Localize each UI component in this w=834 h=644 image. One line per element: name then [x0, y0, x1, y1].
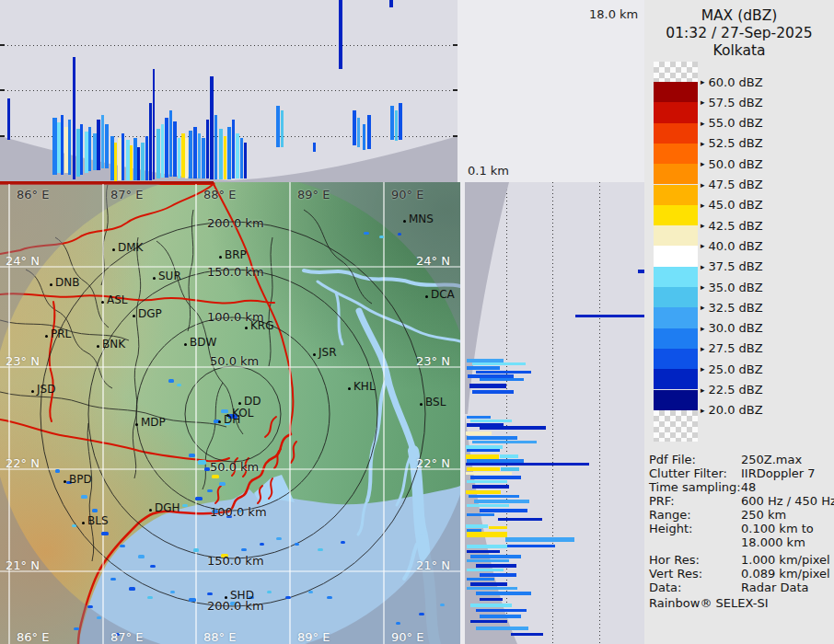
echo-bar [466, 472, 512, 475]
scale-tick-label: ▸42.5 dBZ [701, 218, 763, 233]
echo-bar [476, 627, 528, 630]
info-label: Height: [649, 522, 692, 535]
city-code: SHD [230, 589, 254, 602]
echo-blob [327, 596, 332, 599]
echo-blob [207, 489, 213, 492]
tick-arrow-icon: ▸ [701, 241, 705, 250]
echo-blob [150, 565, 156, 568]
echo-blob [308, 591, 313, 593]
tick-arrow-icon: ▸ [701, 303, 705, 312]
echo-bar [61, 115, 64, 175]
ns-cross-section-panel [465, 182, 644, 644]
tick-arrow-icon: ▸ [701, 201, 705, 210]
longitude-label: 90° E [391, 630, 423, 644]
tick-arrow-icon: ▸ [701, 385, 705, 395]
city-code: MDP [141, 416, 166, 429]
echo-blob [168, 379, 174, 383]
axis-tick [453, 135, 458, 137]
echo-bar [470, 555, 521, 558]
city-code: KHL [353, 380, 376, 393]
scale-tick-label: ▸32.5 dBZ [701, 300, 763, 315]
echo-bar [501, 467, 519, 471]
color-swatch-transparent [654, 410, 698, 442]
echo-blob [147, 596, 153, 599]
echo-bar [7, 98, 10, 140]
latitude-label: 23° N [6, 354, 40, 368]
info-row: Clutter Filter:IIRDoppler 7 [649, 466, 831, 480]
longitude-label: 86° E [17, 188, 49, 201]
city-code: DNB [55, 276, 79, 289]
info-row: Data:Radar Data [649, 581, 831, 594]
scale-value: 57.5 dBZ [709, 96, 763, 109]
tick-arrow-icon: ▸ [701, 344, 705, 353]
software-brand: Rainbow® SELEX-SI [649, 596, 769, 610]
echo-bar [206, 120, 209, 178]
scale-tick-label: ▸30.0 dBZ [701, 321, 763, 336]
echo-bar [467, 587, 517, 590]
city-marker-dot [135, 423, 138, 426]
axis-tick [0, 89, 5, 91]
echo-bar [149, 103, 152, 180]
echo-bar [214, 115, 217, 179]
info-row: Range:250 km [649, 508, 831, 522]
echo-blob [177, 384, 181, 386]
echo-bar [467, 578, 494, 581]
echo-bar [122, 133, 124, 180]
color-swatch [654, 307, 698, 328]
echo-bar [467, 569, 504, 571]
echo-blob [195, 497, 203, 500]
axis-tick [453, 89, 458, 91]
echo-bar [467, 449, 500, 452]
city-code: BNK [102, 338, 125, 351]
echo-bar [511, 633, 543, 636]
city-marker-dot [133, 315, 135, 317]
info-value: 250Z.max [741, 453, 802, 466]
legend-header: MAX (dBZ) 01:32 / 27-Sep-2025 Kolkata [644, 7, 834, 60]
city-code: MNS [409, 213, 434, 225]
echo-bar [156, 129, 160, 178]
echo-bar [198, 133, 201, 178]
info-value: 600 Hz / 450 Hz [741, 494, 834, 508]
echo-bar [476, 609, 527, 612]
echo-blob [260, 543, 264, 546]
info-value: 1.000 km/pixel [741, 553, 830, 567]
info-label: Data: [649, 581, 681, 594]
longitude-label: 88° E [203, 630, 236, 644]
echo-bar [240, 138, 243, 178]
city-code: ASL [107, 293, 128, 306]
info-label: Clutter Filter: [649, 466, 727, 480]
longitude-label: 86° E [17, 630, 49, 644]
scale-value: 47.5 dBZ [709, 178, 763, 191]
info-label: Pdf File: [649, 453, 696, 466]
echo-blob [341, 541, 345, 544]
color-swatch [654, 390, 698, 410]
city-marker-dot [112, 248, 115, 251]
scale-value: 45.0 dBZ [709, 198, 763, 212]
color-swatch [654, 123, 698, 144]
scale-value: 35.0 dBZ [709, 281, 763, 294]
echo-bar [161, 124, 164, 178]
echo-bar [638, 270, 644, 273]
echo-bar [467, 532, 507, 537]
echo-bar [466, 431, 492, 435]
echo-blob [398, 233, 401, 236]
city-code: JSD [37, 383, 55, 396]
scale-tick-label: ▸20.0 dBZ [701, 403, 763, 418]
echo-blob [379, 236, 384, 238]
info-value: 0.089 km/pixel [741, 567, 830, 581]
echo-bar [185, 138, 188, 178]
station-name: Kolkata [644, 42, 834, 60]
city-marker-dot [425, 295, 428, 298]
echo-blob [198, 460, 206, 465]
echo-bar [474, 500, 529, 503]
echo-blob [72, 524, 76, 527]
city-code: BPD [69, 473, 92, 486]
echo-blob [55, 469, 60, 473]
echo-bar [470, 420, 512, 422]
echo-bar [189, 131, 192, 178]
city-marker-dot [245, 327, 248, 329]
info-value: Radar Data [741, 581, 808, 594]
scale-value: 50.0 dBZ [709, 157, 763, 171]
echo-blob [74, 627, 79, 630]
scale-value: 55.0 dBZ [709, 116, 763, 130]
